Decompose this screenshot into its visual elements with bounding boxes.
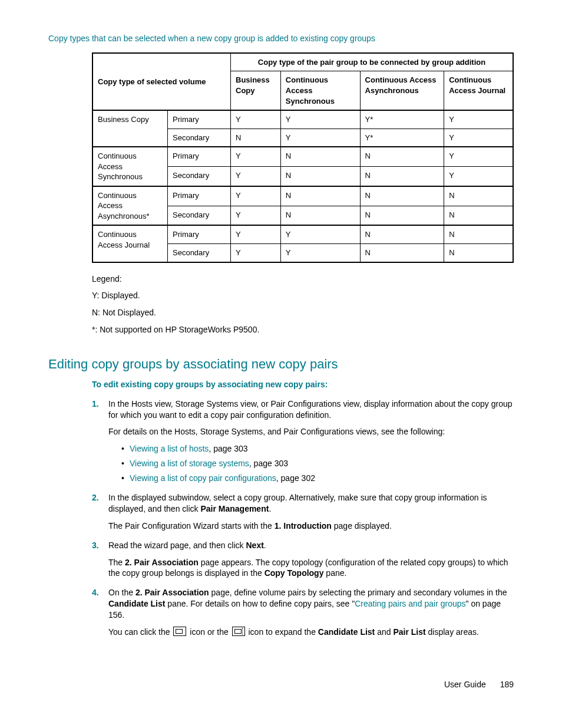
- expand-left-icon: [173, 627, 186, 636]
- col-header: Continuous Access Synchronous: [280, 71, 360, 110]
- cell: Y: [231, 244, 281, 262]
- step-2: 2. In the displayed subwindow, select a …: [92, 492, 514, 532]
- step-number: 3.: [92, 540, 99, 551]
- row-sub: Primary: [168, 147, 231, 166]
- cell: Y: [231, 206, 281, 225]
- cell: N: [360, 244, 444, 262]
- cell: Y: [231, 225, 281, 243]
- cell: N: [280, 147, 360, 166]
- step-number: 4.: [92, 587, 99, 598]
- row-sub: Primary: [168, 225, 231, 243]
- link-hosts[interactable]: Viewing a list of hosts: [130, 444, 209, 453]
- cell: N: [444, 244, 513, 262]
- cell: Y: [231, 166, 281, 186]
- step-number: 2.: [92, 492, 99, 503]
- link-pair-configs[interactable]: Viewing a list of copy pair configuratio…: [130, 473, 276, 483]
- row-sub: Secondary: [168, 206, 231, 225]
- cell: Y*: [360, 110, 444, 129]
- cell: Y: [444, 147, 513, 166]
- col-header: Continuous Access Asynchronous: [360, 71, 444, 110]
- col-header: Continuous Access Journal: [444, 71, 513, 110]
- copy-type-table: Copy type of selected volume Copy type o…: [92, 52, 514, 263]
- cell: N: [360, 147, 444, 166]
- cell: Y: [280, 110, 360, 129]
- legend-item: N: Not Displayed.: [92, 307, 514, 318]
- table-caption: Copy types that can be selected when a n…: [48, 33, 514, 44]
- cell: Y: [280, 129, 360, 147]
- legend-item: Y: Displayed.: [92, 290, 514, 301]
- cell: N: [444, 186, 513, 206]
- col-header: Business Copy: [231, 71, 281, 110]
- row-sub: Secondary: [168, 244, 231, 262]
- cell: Y: [444, 129, 513, 147]
- steps-list: 1. In the Hosts view, Storage Systems vi…: [48, 398, 514, 638]
- cell: Y: [280, 225, 360, 243]
- table-body: Business CopyPrimaryYYY*YSecondaryNYY*YC…: [92, 110, 513, 262]
- row-name: Continuous Access Synchronous: [92, 147, 168, 186]
- cell: N: [360, 206, 444, 225]
- cell: Y: [231, 110, 281, 129]
- list-item: Viewing a list of storage systems, page …: [121, 458, 514, 469]
- step-3: 3. Read the wizard page, and then click …: [92, 540, 514, 579]
- cell: N: [360, 225, 444, 243]
- table-wrap: Copy type of selected volume Copy type o…: [48, 52, 514, 263]
- cell: Y: [444, 110, 513, 129]
- link-storage-systems[interactable]: Viewing a list of storage systems: [130, 459, 249, 468]
- procedure-heading: To edit existing copy groups by associat…: [92, 379, 514, 390]
- cell: Y*: [360, 129, 444, 147]
- list-item: Viewing a list of hosts, page 303: [121, 443, 514, 454]
- row-sub: Primary: [168, 110, 231, 129]
- row-name: Continuous Access Asynchronous*: [92, 186, 168, 226]
- link-creating-pairs[interactable]: Creating pairs and pair groups: [355, 599, 465, 608]
- legend-item: *: Not supported on HP StorageWorks P950…: [92, 324, 514, 335]
- step-text: In the Hosts view, Storage Systems view,…: [108, 399, 513, 420]
- link-list: Viewing a list of hosts, page 303 Viewin…: [108, 443, 514, 484]
- list-item: Viewing a list of copy pair configuratio…: [121, 473, 514, 484]
- cell: N: [444, 225, 513, 243]
- section-heading: Editing copy groups by associating new c…: [48, 355, 514, 373]
- row-name: Business Copy: [92, 110, 168, 147]
- cell: N: [231, 129, 281, 147]
- cell: N: [360, 186, 444, 206]
- step-4: 4. On the 2. Pair Association page, defi…: [92, 587, 514, 638]
- legend: Legend: Y: Displayed. N: Not Displayed. …: [48, 274, 514, 336]
- cell: Y: [231, 147, 281, 166]
- row-sub: Secondary: [168, 129, 231, 147]
- step-number: 1.: [92, 398, 99, 410]
- cell: N: [444, 206, 513, 225]
- row-name: Continuous Access Journal: [92, 225, 168, 262]
- row-sub: Primary: [168, 186, 231, 206]
- row-header: Copy type of selected volume: [92, 53, 231, 110]
- cell: Y: [444, 166, 513, 186]
- cell: N: [280, 186, 360, 206]
- row-sub: Secondary: [168, 166, 231, 186]
- legend-title: Legend:: [92, 274, 514, 285]
- cell: Y: [280, 244, 360, 262]
- cell: N: [280, 166, 360, 186]
- cell: Y: [231, 186, 281, 206]
- cell: N: [360, 166, 444, 186]
- expand-right-icon: [232, 627, 245, 636]
- footer-label: User Guide: [444, 680, 486, 689]
- cell: N: [280, 206, 360, 225]
- super-header: Copy type of the pair group to be connec…: [231, 53, 514, 71]
- page-number: 189: [500, 680, 514, 689]
- page-footer: User Guide 189: [48, 679, 514, 690]
- step-text: For details on the Hosts, Storage System…: [108, 426, 514, 437]
- step-1: 1. In the Hosts view, Storage Systems vi…: [92, 398, 514, 484]
